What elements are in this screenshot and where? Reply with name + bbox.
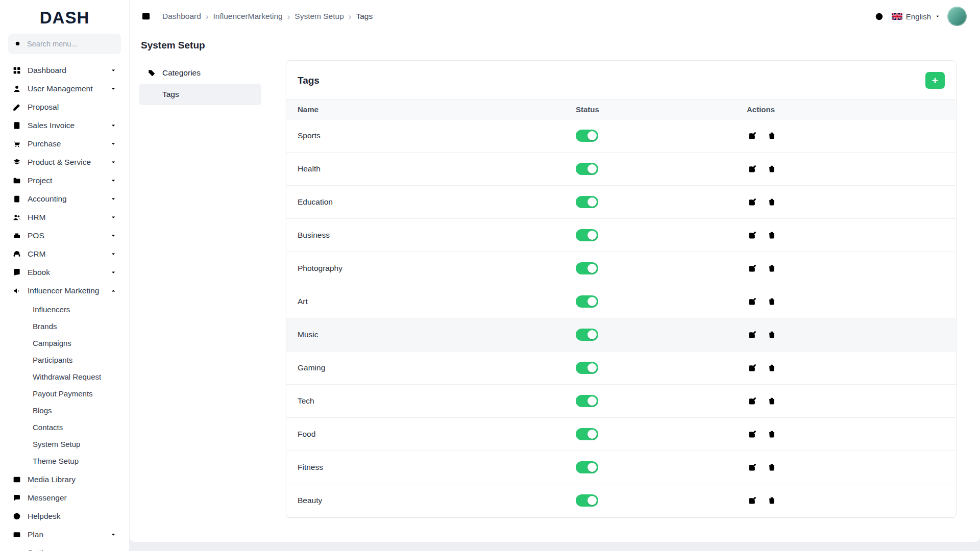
delete-button[interactable] [766,462,777,473]
sidebar-item-accounting[interactable]: Accounting [7,190,122,208]
chevron-down-icon [110,85,117,92]
sidebar-item-settings[interactable]: Settings [7,544,122,551]
delete-button[interactable] [766,263,777,274]
sidebar-subitem-influencers[interactable]: Influencers [7,301,122,318]
sidebar-toggle-button[interactable] [140,10,152,22]
column-header-status: Status [565,99,736,119]
grid-icon [12,66,21,75]
main-area: Dashboard›InfluencerMarketing›System Set… [130,0,980,542]
sidebar-subitem-contacts[interactable]: Contacts [7,419,122,436]
language-selector[interactable]: English [892,12,941,21]
trash-icon [767,297,776,306]
avatar[interactable] [947,7,967,26]
sidebar-item-helpdesk[interactable]: Helpdesk [7,507,122,525]
edit-button[interactable] [747,196,758,208]
sidebar-item-plan[interactable]: Plan [7,525,122,544]
globe-button[interactable] [873,11,885,22]
sidebar-item-product-service[interactable]: Product & Service [7,153,122,171]
edit-button[interactable] [747,495,758,506]
sidebar-item-ebook[interactable]: Ebook [7,263,122,282]
breadcrumb-system-setup[interactable]: System Setup [295,12,344,21]
tags-card: Tags + Name Status Actions Sports [286,60,957,518]
delete-button[interactable] [766,362,777,373]
sidebar-subitem-withdrawal-request[interactable]: Withdrawal Request [7,368,122,385]
delete-button[interactable] [766,429,777,440]
breadcrumb-dashboard[interactable]: Dashboard [162,12,201,21]
panel-toggle-icon [141,11,151,21]
sidebar-item-pos[interactable]: POS [7,227,122,245]
card-icon [12,530,21,539]
edit-button[interactable] [747,462,758,473]
edit-button[interactable] [747,296,758,307]
delete-button[interactable] [766,196,777,208]
tag-name: Sports [286,119,565,152]
megaphone-icon [12,286,21,295]
delete-button[interactable] [766,296,777,307]
sidebar-item-purchase[interactable]: Purchase [7,135,122,153]
image-icon [12,475,21,484]
sidebar-item-messenger[interactable]: Messenger [7,489,122,507]
edit-button[interactable] [747,263,758,274]
sidebar-subitem-payout-payments[interactable]: Payout Payments [7,385,122,402]
edit-button[interactable] [747,429,758,440]
status-toggle[interactable] [576,428,598,440]
sidebar-subitem-participants[interactable]: Participants [7,352,122,368]
edit-button[interactable] [747,395,758,407]
tag-name: Tech [286,385,565,417]
status-toggle[interactable] [576,362,598,374]
status-toggle[interactable] [576,262,598,274]
edit-button[interactable] [747,163,758,174]
setup-menu-item-tags[interactable]: Tags [139,84,261,105]
breadcrumb: Dashboard›InfluencerMarketing›System Set… [162,12,373,21]
sidebar-item-crm[interactable]: CRM [7,245,122,263]
edit-button[interactable] [747,362,758,373]
table-row-beauty: Beauty [286,484,956,517]
sidebar-search [8,34,121,54]
status-toggle[interactable] [576,494,598,507]
page-title: System Setup [141,40,957,51]
status-toggle[interactable] [576,229,598,241]
toggle-knob [587,330,597,339]
breadcrumb-tags[interactable]: Tags [356,12,373,21]
breadcrumb-influencermarketing[interactable]: InfluencerMarketing [213,12,283,21]
sidebar-item-sales-invoice[interactable]: Sales Invoice [7,116,122,135]
delete-button[interactable] [766,329,777,340]
sidebar-item-project[interactable]: Project [7,171,122,190]
delete-button[interactable] [766,395,777,407]
delete-button[interactable] [766,495,777,506]
delete-button[interactable] [766,230,777,241]
status-toggle[interactable] [576,461,598,473]
delete-button[interactable] [766,130,777,141]
sidebar-item-dashboard[interactable]: Dashboard [7,61,122,80]
sidebar-item-media-library[interactable]: Media Library [7,470,122,489]
sidebar-item-user-management[interactable]: User Management [7,80,122,98]
status-toggle[interactable] [576,163,598,175]
tag-name: Education [286,186,565,218]
sidebar-subitem-blogs[interactable]: Blogs [7,402,122,419]
delete-button[interactable] [766,163,777,174]
status-toggle[interactable] [576,329,598,341]
edit-button[interactable] [747,230,758,241]
status-toggle[interactable] [576,395,598,407]
search-input[interactable] [26,39,115,48]
sidebar-item-hrm[interactable]: HRM [7,208,122,227]
chevron-down-icon [110,159,117,166]
chevron-down-icon [110,140,117,147]
table-row-gaming: Gaming [286,352,956,385]
sidebar-item-influencer-marketing[interactable]: Influencer Marketing [7,282,122,300]
sidebar-subitem-system-setup[interactable]: System Setup [7,436,122,453]
status-toggle[interactable] [576,196,598,208]
sidebar-item-proposal[interactable]: Proposal [7,98,122,116]
sidebar-subitem-brands[interactable]: Brands [7,318,122,335]
setup-menu-item-categories[interactable]: Categories [139,62,261,84]
globe-icon [874,12,884,21]
add-tag-button[interactable]: + [925,72,945,89]
sidebar-nav: Dashboard User Management Proposal Sales… [7,61,122,551]
edit-button[interactable] [747,329,758,340]
status-toggle[interactable] [576,130,598,142]
status-toggle[interactable] [576,295,598,308]
language-label: English [906,12,931,21]
sidebar-subitem-theme-setup[interactable]: Theme Setup [7,453,122,469]
sidebar-subitem-campaigns[interactable]: Campaigns [7,335,122,352]
edit-button[interactable] [747,130,758,141]
